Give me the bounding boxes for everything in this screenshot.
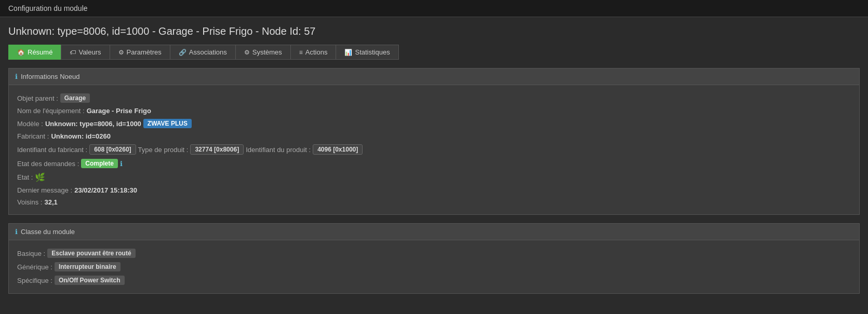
etat-demandes-row: Etat des demandes : Complete ℹ bbox=[17, 157, 851, 170]
modele-value: Unknown: type=8006, id=1000 bbox=[45, 120, 141, 128]
classe-info-icon: ℹ bbox=[15, 228, 18, 236]
etat-demandes-label: Etat des demandes : bbox=[17, 160, 79, 168]
informations-noeud-card: ℹ Informations Noeud Objet parent : Gara… bbox=[8, 68, 860, 215]
objet-parent-value: Garage bbox=[60, 93, 90, 103]
identifiant-fabricant-label: Identifiant du fabricant : bbox=[17, 146, 87, 154]
systemes-icon: ⚙ bbox=[244, 49, 250, 56]
app-title: Configuration du module bbox=[8, 4, 88, 12]
tab-statistiques[interactable]: 📊 Statistiques bbox=[336, 45, 398, 60]
etat-demandes-value: Complete bbox=[81, 159, 118, 168]
informations-noeud-title: Informations Noeud bbox=[21, 73, 79, 80]
parametres-icon: ⚙ bbox=[118, 49, 124, 56]
tab-parametres-label: Paramètres bbox=[127, 48, 162, 56]
tabs-container: 🏠 Résumé 🏷 Valeurs ⚙ Paramètres 🔗 Associ… bbox=[8, 45, 860, 60]
main-content: Unknown: type=8006, id=1000 - Garage - P… bbox=[0, 17, 868, 294]
dernier-message-value: 23/02/2017 15:18:30 bbox=[74, 186, 137, 194]
fabricant-value: Unknown: id=0260 bbox=[51, 132, 111, 140]
objet-parent-row: Objet parent : Garage bbox=[17, 91, 851, 105]
classe-module-title: Classe du module bbox=[21, 228, 75, 236]
tab-valeurs[interactable]: 🏷 Valeurs bbox=[61, 45, 109, 60]
page-title: Unknown: type=8006, id=1000 - Garage - P… bbox=[8, 25, 860, 37]
actions-icon: ≡ bbox=[299, 49, 303, 56]
tab-valeurs-label: Valeurs bbox=[78, 48, 101, 56]
dernier-message-row: Dernier message : 23/02/2017 15:18:30 bbox=[17, 184, 851, 196]
associations-icon: 🔗 bbox=[179, 49, 186, 56]
modele-row: Modèle : Unknown: type=8006, id=1000 ZWA… bbox=[17, 117, 851, 130]
basique-label: Basique : bbox=[17, 250, 45, 257]
nom-equipement-value: Garage - Prise Frigo bbox=[87, 107, 151, 115]
specifique-row: Spécifique : On/Off Power Switch bbox=[17, 274, 851, 287]
voisins-row: Voisins : 32,1 bbox=[17, 196, 851, 208]
statistiques-icon: 📊 bbox=[344, 49, 352, 56]
generique-label: Générique : bbox=[17, 263, 52, 271]
tab-systemes-label: Systèmes bbox=[252, 48, 282, 56]
identifiant-row: Identifiant du fabricant : 608 [0x0260] … bbox=[17, 142, 851, 157]
generique-value: Interrupteur binaire bbox=[55, 262, 121, 271]
nom-equipement-row: Nom de l'équipement : Garage - Prise Fri… bbox=[17, 105, 851, 117]
fabricant-label: Fabricant : bbox=[17, 132, 49, 140]
type-produit-value: 32774 [0x8006] bbox=[190, 144, 244, 155]
dernier-message-label: Dernier message : bbox=[17, 186, 72, 194]
tab-parametres[interactable]: ⚙ Paramètres bbox=[110, 45, 170, 60]
informations-noeud-body: Objet parent : Garage Nom de l'équipemen… bbox=[9, 85, 859, 214]
modele-badge: ZWAVE PLUS bbox=[143, 119, 192, 128]
etat-row: Etat : 🌿 bbox=[17, 170, 851, 184]
etat-demandes-info-icon[interactable]: ℹ bbox=[120, 160, 123, 168]
modele-label: Modèle : bbox=[17, 120, 43, 128]
tab-associations-label: Associations bbox=[189, 48, 227, 56]
identifiant-produit-label: Identifiant du produit : bbox=[246, 146, 311, 154]
tab-systemes[interactable]: ⚙ Systèmes bbox=[235, 45, 290, 60]
specifique-value: On/Off Power Switch bbox=[55, 276, 125, 285]
generique-row: Générique : Interrupteur binaire bbox=[17, 260, 851, 274]
etat-leaf-icon: 🌿 bbox=[35, 172, 45, 182]
tab-resume-label: Résumé bbox=[28, 48, 52, 56]
voisins-value: 32,1 bbox=[44, 198, 57, 206]
etat-label: Etat : bbox=[17, 173, 33, 181]
tab-associations[interactable]: 🔗 Associations bbox=[170, 45, 235, 60]
basique-value: Esclave pouvant être routé bbox=[47, 249, 135, 258]
resume-icon: 🏠 bbox=[17, 49, 25, 56]
specifique-label: Spécifique : bbox=[17, 277, 52, 284]
basique-row: Basique : Esclave pouvant être routé bbox=[17, 247, 851, 260]
type-produit-label: Type de produit : bbox=[138, 146, 189, 154]
classe-module-header: ℹ Classe du module bbox=[9, 224, 859, 240]
fabricant-row: Fabricant : Unknown: id=0260 bbox=[17, 130, 851, 142]
classe-module-body: Basique : Esclave pouvant être routé Gén… bbox=[9, 240, 859, 293]
tab-actions[interactable]: ≡ Actions bbox=[290, 45, 336, 60]
identifiant-fabricant-value: 608 [0x0260] bbox=[89, 144, 136, 155]
tab-resume[interactable]: 🏠 Résumé bbox=[8, 45, 61, 60]
nom-equipement-label: Nom de l'équipement : bbox=[17, 107, 85, 115]
identifiant-produit-value: 4096 [0x1000] bbox=[313, 144, 363, 155]
valeurs-icon: 🏷 bbox=[70, 49, 76, 56]
classe-module-card: ℹ Classe du module Basique : Esclave pou… bbox=[8, 223, 860, 294]
info-icon: ℹ bbox=[15, 73, 18, 80]
voisins-label: Voisins : bbox=[17, 198, 42, 206]
app-header: Configuration du module bbox=[0, 0, 868, 17]
tab-statistiques-label: Statistiques bbox=[355, 48, 390, 56]
tab-actions-label: Actions bbox=[305, 48, 328, 56]
objet-parent-label: Objet parent : bbox=[17, 94, 58, 102]
informations-noeud-header: ℹ Informations Noeud bbox=[9, 69, 859, 85]
